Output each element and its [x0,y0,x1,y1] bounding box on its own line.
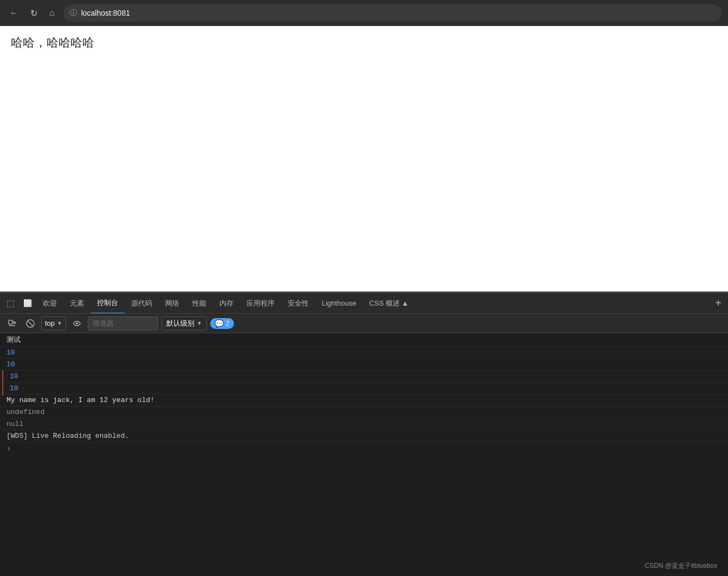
tab-network[interactable]: 网络 [159,293,186,314]
tab-console[interactable]: 控制台 [90,293,125,314]
eye-icon [73,319,81,328]
watermark: CSDN @蓝盒子itbluebox [645,561,717,571]
info-icon: ⓘ [70,8,77,18]
clear-icon [26,319,35,328]
page-title: 哈哈，哈哈哈哈 [11,35,717,51]
level-chevron-icon: ▼ [197,320,202,326]
console-prompt-icon: › [6,444,11,453]
address-bar[interactable]: ⓘ localhost:8081 [63,4,722,22]
tab-sources[interactable]: 源代码 [125,293,159,314]
tab-memory[interactable]: 内存 [213,293,240,314]
console-value: 10 [6,360,15,368]
browser-chrome: ← ↻ ⌂ ⓘ localhost:8081 [0,0,728,26]
tab-performance[interactable]: 性能 [186,293,213,314]
console-line-wds: [WDS] Live Reloading enabled. [0,430,728,442]
context-selector[interactable]: top ▼ [41,316,66,331]
chevron-down-icon: ▼ [57,320,62,326]
devtools-toolbar: top ▼ 默认级别 ▼ 💬 2 [0,314,728,333]
tab-lighthouse[interactable]: Lighthouse [315,293,363,314]
console-value: 测试 [6,335,21,345]
console-line-10-1: 10 [0,347,728,359]
devtools-tabs: ⬚ ⬜ 欢迎 元素 控制台 源代码 网络 性能 内存 应用程序 安全性 Ligh… [0,293,728,314]
console-value: undefined [6,408,44,416]
tab-css-overview[interactable]: CSS 概述 ▲ [363,293,415,314]
console-line-null: null [0,418,728,430]
svg-rect-0 [9,325,15,326]
export-icon [8,319,16,328]
console-value: 10 [10,372,18,380]
message-bubble-icon: 💬 [214,319,224,328]
console-value: 10 [10,384,18,392]
tab-add-button[interactable]: + [711,297,726,309]
console-input-line[interactable]: › [0,442,728,455]
tab-welcome[interactable]: 欢迎 [36,293,63,314]
tab-elements[interactable]: 元素 [63,293,90,314]
console-export-button[interactable] [4,317,20,330]
back-button[interactable]: ← [6,6,22,20]
console-line-10-3: 10 [0,371,728,383]
console-clear-button[interactable] [23,317,38,330]
svg-point-5 [76,322,78,325]
filter-input[interactable] [88,316,158,331]
console-value: [WDS] Live Reloading enabled. [6,432,129,440]
tab-application[interactable]: 应用程序 [240,293,281,314]
console-line-undefined: undefined [0,406,728,418]
tab-security[interactable]: 安全性 [281,293,315,314]
tab-inspect-icon[interactable]: ⬚ [2,298,19,308]
console-line-10-2: 10 [0,359,728,371]
level-label: 默认级别 [166,319,194,328]
eye-button[interactable] [69,317,84,330]
svg-line-3 [28,321,33,326]
red-bracket-indicator [2,371,3,396]
devtools-panel: ⬚ ⬜ 欢迎 元素 控制台 源代码 网络 性能 内存 应用程序 安全性 Ligh… [0,293,728,576]
svg-rect-1 [9,320,12,324]
url-display: localhost:8081 [81,9,130,17]
message-count-badge[interactable]: 💬 2 [210,318,234,329]
console-line-test: 测试 [0,333,728,347]
console-output: 测试 10 10 10 10 My name is jack, I am 12 … [0,333,728,576]
console-value: 10 [6,348,15,357]
console-group-bracket: 10 10 [0,371,728,394]
level-selector[interactable]: 默认级别 ▼ [161,316,207,331]
context-label: top [45,319,55,327]
refresh-button[interactable]: ↻ [27,6,41,21]
console-value: null [6,420,23,428]
home-button[interactable]: ⌂ [46,6,58,20]
console-line-string: My name is jack, I am 12 years old! [0,394,728,406]
tab-device-icon[interactable]: ⬜ [19,299,36,307]
console-line-10-4: 10 [0,383,728,394]
page-content-area: 哈哈，哈哈哈哈 [0,26,728,292]
message-count: 2 [226,320,230,327]
console-value: My name is jack, I am 12 years old! [6,396,154,404]
